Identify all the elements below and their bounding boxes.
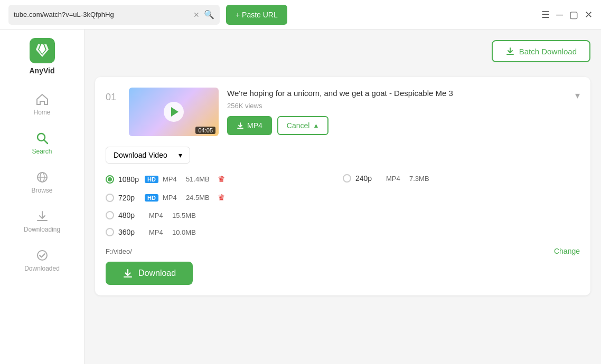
video-title: We're hoping for a unicorn, and we get a… [227,88,567,99]
video-info: We're hoping for a unicorn, and we get a… [227,88,567,135]
video-header: 01 04:05 We're hoping for a unicorn, and… [106,88,580,136]
cancel-label: Cancel [287,121,310,130]
format-1080p: MP4 [163,175,182,183]
window-controls: ☰ ─ ▢ ✕ [541,10,593,20]
video-duration: 04:05 [195,127,215,134]
batch-download-label: Batch Download [519,47,577,56]
quality-360p-label: 360p [118,228,140,236]
sidebar-item-browse[interactable]: Browse [0,164,84,200]
title-bar: tube.com/watch?v=uL-3kQfphHg ✕ 🔍 + Paste… [0,0,601,30]
search-icon: 🔍 [204,9,214,20]
home-label: Home [33,109,50,116]
downloading-label: Downloading [24,226,60,233]
search-nav-icon [35,131,50,146]
radio-720p[interactable] [106,194,114,202]
batch-download-icon [505,46,515,56]
format-360p: MP4 [149,228,168,236]
sidebar-item-home[interactable]: Home [0,85,84,122]
cancel-button[interactable]: Cancel ▲ [277,116,328,135]
close-button[interactable]: ✕ [585,10,593,20]
main-content: Batch Download 01 04:05 We're hoping for… [84,30,601,364]
search-label: Search [32,148,52,155]
chevron-up-icon: ▲ [313,122,319,129]
downloaded-icon [35,248,50,263]
url-bar: tube.com/watch?v=uL-3kQfphHg ✕ 🔍 [8,5,220,25]
quality-col-right: 240p MP4 7.3MB [343,172,580,238]
size-240p: 7.3MB [409,175,437,183]
quality-1080p-label: 1080p [118,175,140,184]
batch-download-button[interactable]: Batch Download [492,40,590,62]
app-logo: AnyVid [30,38,55,75]
video-views: 256K views [227,102,567,110]
download-main-label: Download [138,269,176,278]
radio-1080p[interactable] [106,175,114,184]
url-text: tube.com/watch?v=uL-3kQfphHg [14,11,189,18]
logo-icon [30,38,55,63]
quality-row-720p: 720p HD MP4 24.5MB ♛ [106,190,343,205]
sidebar: AnyVid Home Search Browse [0,30,84,364]
radio-360p[interactable] [106,228,114,236]
dropdown-chevron-icon: ▾ [179,151,182,159]
hd-badge-720p: HD [145,194,158,202]
size-720p: 24.5MB [186,194,213,202]
download-options: Download Video ▾ 1080p HD MP4 51.4MB ♛ [106,147,580,285]
app-name: AnyVid [30,66,55,75]
save-path-row: F:/video/ Change [106,247,580,255]
expand-icon[interactable]: ▾ [575,90,580,101]
quality-720p-label: 720p [118,194,140,202]
radio-480p[interactable] [106,211,114,219]
browse-label: Browse [31,187,52,194]
mp4-button[interactable]: MP4 [227,116,272,135]
download-main-icon [123,268,133,279]
format-240p: MP4 [386,175,405,183]
quality-480p-label: 480p [118,211,140,219]
quality-row-480p: 480p MP4 15.5MB [106,209,343,222]
quality-row-1080p: 1080p HD MP4 51.4MB ♛ [106,172,343,186]
video-number: 01 [106,92,120,103]
paste-url-button[interactable]: + Paste URL [226,5,287,25]
video-actions: MP4 Cancel ▲ [227,116,567,135]
hd-badge-1080p: HD [145,176,158,183]
size-480p: 15.5MB [172,212,200,219]
sidebar-item-search[interactable]: Search [0,124,84,161]
mp4-label: MP4 [247,121,262,130]
crown-icon-720p: ♛ [218,193,225,203]
video-thumbnail: 04:05 [129,88,219,136]
video-card: 01 04:05 We're hoping for a unicorn, and… [95,77,590,295]
minimize-button[interactable]: ─ [556,10,563,20]
svg-line-4 [44,140,48,143]
maximize-button[interactable]: ▢ [569,10,578,20]
batch-download-row: Batch Download [95,40,590,71]
quality-row-360p: 360p MP4 10.0MB [106,226,343,238]
downloaded-label: Downloaded [24,265,60,272]
change-path-button[interactable]: Change [554,247,580,255]
quality-col-left: 1080p HD MP4 51.4MB ♛ 720p HD MP4 24.5MB [106,172,343,238]
format-720p: MP4 [163,194,182,202]
quality-row-240p: 240p MP4 7.3MB [343,172,580,185]
url-clear-button[interactable]: ✕ [193,11,200,18]
menu-icon[interactable]: ☰ [541,10,550,20]
size-360p: 10.0MB [172,228,200,236]
browse-icon [35,170,50,185]
size-1080p: 51.4MB [186,175,213,183]
dropdown-label: Download Video [114,151,167,159]
downloading-icon [35,209,50,224]
format-480p: MP4 [149,212,168,219]
home-icon [35,92,50,107]
dropdown-row: Download Video ▾ [106,147,580,164]
sidebar-item-downloading[interactable]: Downloading [0,203,84,240]
quality-grid: 1080p HD MP4 51.4MB ♛ 720p HD MP4 24.5MB [106,172,580,238]
save-path-text: F:/video/ [106,247,554,255]
quality-240p-label: 240p [355,174,378,183]
download-type-dropdown[interactable]: Download Video ▾ [106,147,190,164]
radio-240p[interactable] [343,174,351,183]
download-icon-small [237,122,244,129]
crown-icon-1080p: ♛ [218,174,225,184]
play-button[interactable] [164,102,184,122]
download-main-button[interactable]: Download [106,262,193,285]
sidebar-item-downloaded[interactable]: Downloaded [0,242,84,279]
svg-point-8 [37,251,47,260]
app-body: AnyVid Home Search Browse [0,30,601,364]
